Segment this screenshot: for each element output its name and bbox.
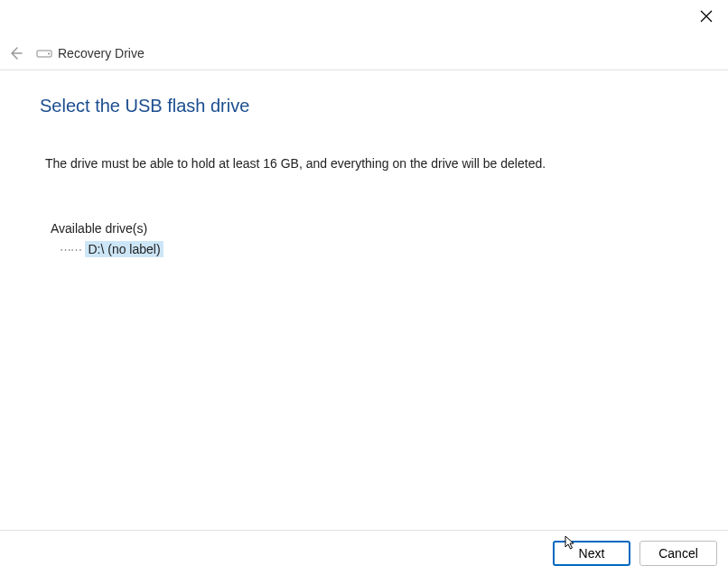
- footer-bar: Next Cancel: [0, 530, 728, 575]
- header-bar: Recovery Drive: [0, 36, 728, 70]
- back-arrow-icon: [8, 46, 23, 60]
- recovery-drive-icon: [36, 47, 52, 60]
- cancel-button[interactable]: Cancel: [639, 541, 717, 566]
- window-title: Recovery Drive: [58, 46, 145, 60]
- back-button[interactable]: [4, 42, 27, 65]
- tree-connector-icon: ⋯⋯: [60, 243, 81, 256]
- close-icon: [700, 10, 713, 23]
- available-drives-label: Available drive(s): [51, 221, 688, 236]
- next-button[interactable]: Next: [553, 541, 630, 566]
- instructions-text: The drive must be able to hold at least …: [40, 156, 688, 171]
- drive-tree: ⋯⋯ D:\ (no label): [51, 241, 688, 257]
- content-area: Select the USB flash drive The drive mus…: [0, 70, 728, 530]
- close-button[interactable]: [697, 7, 715, 25]
- available-drives-section: Available drive(s) ⋯⋯ D:\ (no label): [40, 221, 688, 257]
- drive-item-d[interactable]: D:\ (no label): [85, 241, 163, 257]
- svg-point-3: [48, 52, 50, 54]
- page-heading: Select the USB flash drive: [40, 96, 688, 116]
